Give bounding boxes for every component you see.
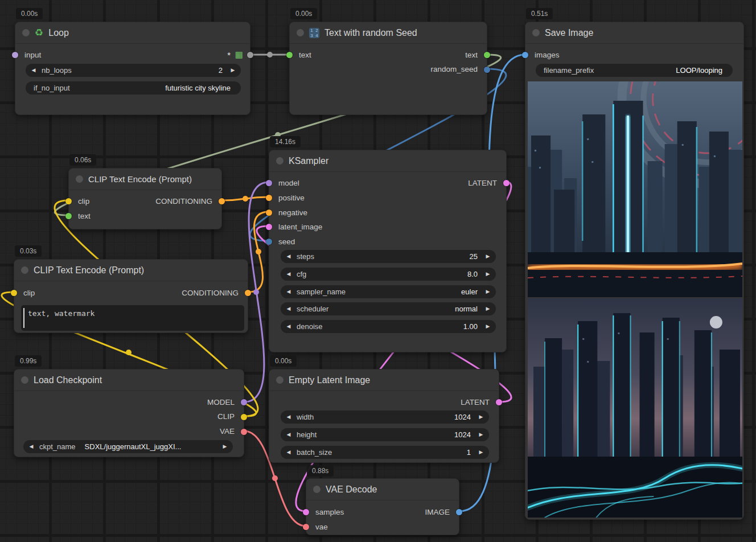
output-port-dot[interactable]	[219, 198, 225, 204]
next-arrow-icon[interactable]: ▶	[217, 440, 233, 453]
input-port-dot[interactable]	[11, 290, 17, 296]
input-port-dot[interactable]	[266, 180, 272, 186]
decrement-arrow-icon[interactable]: ◀	[281, 410, 297, 424]
decrement-arrow-icon[interactable]: ◀	[281, 268, 297, 281]
collapse-dot[interactable]	[297, 29, 304, 36]
prev-arrow-icon[interactable]: ◀	[23, 440, 39, 453]
node-loop-header[interactable]: ♻ Loop	[15, 22, 250, 44]
height-widget[interactable]: ◀ height 1024 ▶	[281, 428, 489, 441]
increment-arrow-icon[interactable]: ▶	[473, 446, 489, 459]
node-header[interactable]: CLIP Text Encode (Prompt)	[14, 260, 248, 281]
cfg-widget[interactable]: ◀ cfg 8.0 ▶	[281, 268, 496, 281]
node-graph-canvas[interactable]: 0.00s ♻ Loop input * ▦ ◀ nb_loops 2 ▶ if…	[0, 0, 756, 542]
node-header[interactable]: 1234 Text with random Seed	[290, 22, 487, 44]
input-port-dot[interactable]	[65, 213, 72, 219]
node-load-checkpoint[interactable]: Load Checkpoint MODEL CLIP VAE ◀ ckpt_na…	[14, 369, 244, 457]
output-port-dot[interactable]	[484, 67, 490, 73]
node-save-image[interactable]: Save Image images filename_prefix LOOP/l…	[525, 22, 744, 520]
output-port-dot[interactable]	[241, 429, 247, 435]
collapse-dot[interactable]	[276, 157, 284, 165]
increment-arrow-icon[interactable]: ▶	[480, 268, 496, 281]
input-port-dot[interactable]	[65, 198, 72, 204]
decrement-arrow-icon[interactable]: ◀	[281, 428, 297, 441]
increment-arrow-icon[interactable]: ▶	[480, 302, 496, 315]
input-port-dot[interactable]	[303, 509, 309, 515]
sampler-name-widget[interactable]: ◀ sampler_name euler ▶	[281, 285, 496, 298]
collapse-dot[interactable]	[21, 266, 28, 274]
node-header[interactable]: Empty Latent Image	[269, 369, 499, 391]
prompt-text-area[interactable]: text, watermark	[21, 305, 244, 331]
input-port-dot[interactable]	[303, 524, 309, 530]
node-loop[interactable]: ♻ Loop input * ▦ ◀ nb_loops 2 ▶ if_no_in…	[15, 22, 250, 115]
width-widget[interactable]: ◀ width 1024 ▶	[281, 410, 489, 424]
scheduler-widget[interactable]: ◀ scheduler normal ▶	[281, 302, 496, 315]
if-no-input-widget[interactable]: if_no_input futuristic city skyline	[26, 81, 241, 95]
link-dot[interactable]	[272, 475, 278, 481]
output-port-label: LATENT	[461, 398, 490, 407]
output-port-dot[interactable]	[484, 52, 490, 58]
collapse-dot[interactable]	[22, 29, 30, 36]
increment-arrow-icon[interactable]: ▶	[480, 320, 496, 333]
input-port-label: input	[24, 51, 41, 60]
node-header[interactable]: VAE Decode	[306, 479, 459, 500]
link-dot[interactable]	[267, 52, 273, 58]
collapse-dot[interactable]	[76, 175, 83, 183]
ckpt-name-widget[interactable]: ◀ ckpt_name SDXL/juggernautXL_juggXI... …	[23, 440, 233, 453]
increment-arrow-icon[interactable]: ▶	[480, 285, 496, 298]
input-port-dot[interactable]	[522, 52, 528, 58]
input-port-dot[interactable]	[266, 224, 272, 230]
input-port-dot[interactable]	[266, 210, 272, 216]
node-header[interactable]: Save Image	[525, 22, 743, 44]
decrement-arrow-icon[interactable]: ◀	[281, 320, 297, 333]
output-port-dot[interactable]	[503, 180, 510, 186]
node-header[interactable]: Load Checkpoint	[14, 369, 244, 391]
input-port-dot[interactable]	[12, 52, 18, 58]
node-clip-text-encode-positive[interactable]: CLIP Text Encode (Prompt) clip CONDITION…	[68, 168, 222, 229]
link-dot[interactable]	[126, 350, 132, 355]
decrement-arrow-icon[interactable]: ◀	[26, 64, 42, 77]
widget-value: SDXL/juggernautXL_juggXI...	[85, 442, 182, 451]
node-empty-latent-image[interactable]: Empty Latent Image LATENT ◀ width 1024 ▶…	[269, 369, 499, 463]
node-header[interactable]: KSampler	[269, 150, 506, 172]
decrement-arrow-icon[interactable]: ◀	[281, 302, 297, 315]
steps-widget[interactable]: ◀ steps 25 ▶	[281, 250, 496, 263]
node-text-with-random-seed[interactable]: 1234 Text with random Seed text text ran…	[289, 22, 487, 115]
output-port-dot[interactable]	[247, 52, 253, 58]
node-vae-decode[interactable]: VAE Decode samples IMAGE vae	[306, 478, 459, 535]
link-dot[interactable]	[243, 196, 248, 202]
collapse-dot[interactable]	[313, 486, 321, 493]
output-port-dot[interactable]	[241, 399, 247, 405]
collapse-dot[interactable]	[21, 376, 28, 384]
increment-arrow-icon[interactable]: ▶	[473, 410, 489, 424]
output-port-dot[interactable]	[245, 290, 251, 296]
input-port-dot[interactable]	[266, 195, 272, 201]
increment-arrow-icon[interactable]: ▶	[473, 428, 489, 441]
input-port-dot[interactable]	[266, 239, 272, 245]
node-title: Loop	[48, 28, 69, 38]
input-port-dot[interactable]	[286, 52, 293, 58]
node-title: Save Image	[545, 28, 593, 38]
collapse-dot[interactable]	[276, 376, 284, 384]
increment-arrow-icon[interactable]: ▶	[480, 250, 496, 263]
filename-prefix-widget[interactable]: filename_prefix LOOP/looping	[536, 64, 733, 77]
output-port-dot[interactable]	[241, 414, 247, 420]
batch-size-widget[interactable]: ◀ batch_size 1 ▶	[281, 446, 489, 459]
link-dot[interactable]	[256, 249, 261, 254]
decrement-arrow-icon[interactable]: ◀	[281, 250, 297, 263]
node-title: Text with random Seed	[324, 28, 417, 38]
output-port-label: CONDITIONING	[155, 197, 212, 206]
nb-loops-widget[interactable]: ◀ nb_loops 2 ▶	[26, 64, 241, 77]
decrement-arrow-icon[interactable]: ◀	[281, 285, 297, 298]
exec-time-badge: 0.00s	[16, 8, 43, 19]
node-ksampler[interactable]: KSampler model positive negative latent_…	[269, 150, 507, 352]
link-dot[interactable]	[253, 289, 259, 295]
denoise-widget[interactable]: ◀ denoise 1.00 ▶	[281, 320, 496, 333]
node-header[interactable]: CLIP Text Encode (Prompt)	[69, 169, 221, 190]
increment-arrow-icon[interactable]: ▶	[225, 64, 241, 77]
output-port-dot[interactable]	[456, 509, 462, 515]
collapse-dot[interactable]	[532, 29, 540, 36]
node-clip-text-encode-negative[interactable]: CLIP Text Encode (Prompt) clip CONDITION…	[14, 259, 248, 333]
output-port-dot[interactable]	[496, 399, 502, 405]
output-port-label: random_seed	[430, 65, 478, 74]
decrement-arrow-icon[interactable]: ◀	[281, 446, 297, 459]
